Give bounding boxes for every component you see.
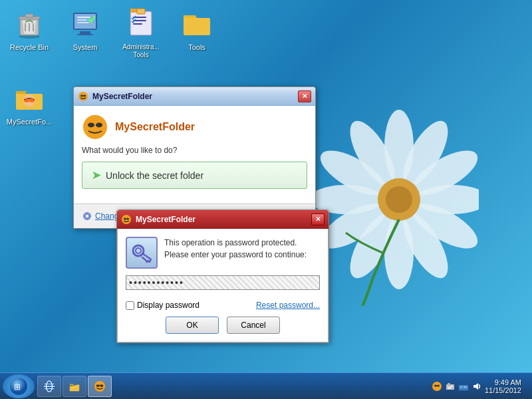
password-input-container [126, 275, 320, 295]
svg-point-33 [78, 92, 88, 101]
dialog-2-text-block: This operation is password protected. Pl… [164, 237, 307, 269]
taskbar-item-mysecretfolder[interactable] [88, 376, 112, 397]
dialog-1-title-icon [78, 91, 88, 102]
dialog-mysecretfolder-main: MySecretFolder ✕ MySecretFolder What wou… [73, 86, 316, 229]
system-clock[interactable]: 9:49 AM 11/15/2012 [485, 378, 527, 394]
system-icon [69, 7, 101, 39]
desktop-icon-mysecretfolder-desktop[interactable]: MySecretFo... [5, 80, 53, 128]
svg-text:⊞: ⊞ [14, 382, 21, 392]
system-tray: 9:49 AM 11/15/2012 [432, 378, 532, 394]
dialog-1-subtitle: What would you like to do? [82, 146, 307, 155]
ok-button[interactable]: OK [166, 317, 219, 334]
dialog-1-app-title: MySecretFolder [115, 121, 195, 133]
cancel-button[interactable]: Cancel [227, 317, 280, 334]
dialog-2-buttons: OK Cancel [126, 317, 320, 334]
taskbar-items [37, 376, 432, 397]
mysecretfolder-taskbar-icon [94, 380, 106, 393]
svg-rect-28 [133, 23, 142, 25]
svg-point-53 [432, 382, 442, 391]
svg-point-35 [83, 94, 86, 96]
key-icon-box [126, 237, 158, 269]
password-input[interactable] [126, 275, 320, 290]
dialog-2-message-line2: Please enter your password to continue: [164, 249, 307, 261]
tools-icon [181, 7, 213, 39]
dialog-1-body: MySecretFolder What would you like to do… [74, 106, 315, 203]
dialog-1-close-button[interactable]: ✕ [298, 90, 311, 102]
recycle-bin-label: Recycle Bin [10, 43, 49, 52]
settings-icon [82, 211, 92, 221]
svg-rect-24 [77, 22, 89, 23]
system-label: System [73, 43, 98, 52]
svg-point-50 [94, 380, 105, 391]
recycle-bin-icon [13, 7, 45, 39]
mysecretfolder-desktop-label: MySecretFo... [7, 118, 52, 126]
svg-point-41 [122, 215, 131, 224]
dialog-2-close-button[interactable]: ✕ [311, 213, 325, 225]
mysecretfolder-desktop-icon [13, 82, 45, 114]
network-icon [458, 381, 469, 392]
svg-point-54 [434, 384, 437, 386]
svg-point-43 [126, 217, 129, 219]
desktop-icon-system[interactable]: System [61, 5, 109, 61]
svg-rect-19 [74, 14, 96, 29]
tray-icon-2 [445, 381, 456, 392]
dialog-2-message-line1: This operation is password protected. [164, 237, 307, 249]
dialog-password-prompt: MySecretFolder ✕ This operation is passw… [116, 209, 329, 343]
start-button[interactable]: ⊞ [3, 374, 35, 398]
svg-point-55 [437, 384, 440, 386]
reset-password-link[interactable]: Reset password... [256, 301, 320, 310]
taskbar-item-explorer[interactable] [63, 376, 86, 397]
dialog-1-app-icon [82, 114, 108, 140]
desktop-icons-top-row: Recycle Bin System [5, 5, 221, 61]
unlock-folder-label: Unlock the secret folder [106, 170, 203, 181]
display-password-text: Display password [137, 301, 200, 310]
tray-icon-1 [432, 381, 442, 392]
dialog-2-title-text: MySecretFolder [136, 215, 311, 224]
desktop: Recycle Bin System [0, 0, 532, 399]
dialog-2-title-icon [121, 214, 132, 225]
tools-label: Tools [188, 43, 205, 52]
display-password-checkbox[interactable] [126, 301, 134, 310]
svg-rect-23 [77, 19, 87, 21]
svg-rect-57 [448, 383, 450, 385]
desktop-icon-recycle-bin[interactable]: Recycle Bin [5, 5, 53, 61]
svg-point-36 [83, 115, 107, 139]
volume-icon [471, 381, 482, 392]
unlock-arrow-icon: ➤ [92, 169, 100, 182]
svg-point-34 [80, 94, 83, 96]
svg-point-52 [100, 384, 103, 387]
key-icon [130, 241, 154, 265]
taskbar: ⊞ [0, 372, 532, 399]
svg-rect-17 [25, 14, 33, 17]
svg-point-44 [133, 245, 144, 256]
svg-point-38 [96, 123, 102, 128]
dialog-1-header: MySecretFolder [82, 114, 307, 140]
dialog-2-body: This operation is password protected. Pl… [117, 229, 329, 342]
dialog-1-title-bar: MySecretFolder ✕ [74, 87, 315, 106]
svg-rect-58 [459, 385, 468, 390]
svg-point-40 [86, 215, 88, 217]
admin-tools-label: Administra... Tools [119, 43, 163, 59]
svg-rect-21 [77, 34, 93, 35]
display-password-label[interactable]: Display password [126, 301, 200, 310]
desktop-icon-admin-tools[interactable]: Administra... Tools [117, 5, 165, 61]
unlock-folder-button[interactable]: ➤ Unlock the secret folder [82, 162, 307, 189]
svg-rect-22 [77, 17, 90, 18]
admin-tools-icon [125, 7, 157, 39]
svg-point-37 [88, 123, 94, 128]
dialog-1-title-text: MySecretFolder [92, 92, 298, 101]
taskbar-item-ie[interactable] [37, 376, 61, 397]
svg-rect-20 [80, 31, 90, 34]
explorer-icon [68, 380, 80, 393]
dialog-2-content-area: This operation is password protected. Pl… [126, 237, 320, 269]
checkbox-row: Display password Reset password... [126, 301, 320, 310]
windows-orb-icon: ⊞ [9, 377, 28, 396]
desktop-icon-tools[interactable]: Tools [173, 5, 221, 61]
ie-icon [43, 380, 55, 393]
svg-point-13 [386, 186, 412, 213]
svg-point-42 [124, 217, 126, 219]
svg-point-45 [136, 248, 141, 253]
svg-point-51 [96, 384, 100, 387]
svg-rect-29 [137, 9, 145, 14]
dialog-2-title-bar: MySecretFolder ✕ [117, 210, 329, 229]
